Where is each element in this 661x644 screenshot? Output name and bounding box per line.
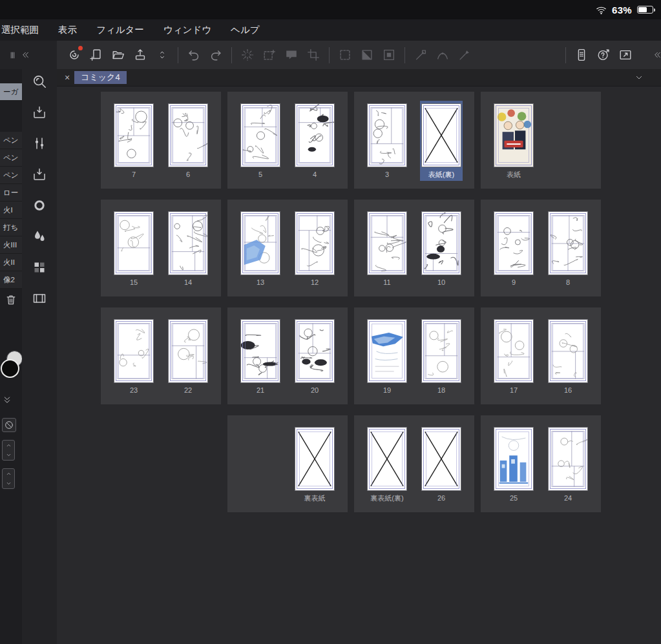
color-swatches (0, 351, 22, 382)
page-17[interactable]: 17 (492, 317, 535, 397)
menu-item-3[interactable]: フィルター (96, 24, 144, 36)
auto-select-button[interactable] (236, 44, 258, 66)
page-21[interactable]: 21 (239, 317, 282, 397)
pen-line-button[interactable] (454, 44, 476, 66)
page-3[interactable]: 3 (366, 101, 408, 181)
subtool-list: ーガペンペンペンロー火I打ち火III火II像2 (0, 69, 22, 644)
page-label: 16 (564, 386, 572, 395)
subtool-item-6[interactable]: 火I (0, 202, 22, 219)
page-thumbnail (548, 427, 588, 491)
page-15[interactable]: 15 (112, 209, 155, 289)
page-16[interactable]: 16 (547, 317, 589, 397)
import-tool[interactable] (30, 103, 49, 122)
tab-comic4[interactable]: × コミック4 (65, 71, 127, 84)
page-表紙(裏)[interactable]: 表紙(裏) (420, 101, 463, 181)
page-26[interactable]: 26 (420, 424, 463, 504)
new-canvas-button[interactable] (85, 44, 107, 66)
subtool-item-8[interactable]: 火III (0, 236, 22, 254)
subtool-item-1[interactable]: ーガ (0, 83, 22, 101)
page-表紙[interactable]: 表紙 (492, 101, 535, 181)
page-6[interactable]: 6 (167, 101, 209, 181)
tab-close-icon[interactable]: × (65, 72, 70, 83)
spread-group: 1514 (101, 200, 221, 296)
page-14[interactable]: 14 (167, 209, 209, 289)
page-25[interactable]: 25 (492, 424, 535, 504)
page-19[interactable]: 19 (366, 317, 408, 397)
page-row-1: 76543表紙(裏)表紙 (101, 92, 661, 189)
page-9[interactable]: 9 (492, 209, 535, 289)
page-13[interactable]: 13 (239, 209, 282, 289)
page-24[interactable]: 24 (547, 424, 589, 504)
subtool-label: 打ち (3, 223, 18, 233)
subtool-item-9[interactable]: 火II (0, 254, 22, 271)
tab-bar: × コミック4 (57, 69, 661, 87)
page-23[interactable]: 23 (112, 317, 155, 397)
clipstudio-menu-button[interactable] (63, 44, 85, 66)
spread-group: 裏表紙 (227, 415, 348, 512)
balloon-tool-button[interactable] (280, 44, 302, 66)
select-tool-button[interactable] (258, 44, 280, 66)
selection-new-button[interactable] (334, 44, 356, 66)
companion-mode-button[interactable] (571, 44, 593, 66)
page-裏表紙[interactable]: 裏表紙 (293, 424, 336, 504)
page-12[interactable]: 12 (293, 209, 336, 289)
import-tool-2[interactable] (30, 165, 49, 184)
page-8[interactable]: 8 (547, 209, 589, 289)
blend-tool[interactable] (30, 227, 49, 246)
menu-item-1[interactable]: 選択範囲 (1, 24, 39, 36)
search-tool[interactable] (30, 72, 49, 91)
page-4[interactable]: 4 (293, 101, 336, 181)
adjustment-tool[interactable] (30, 134, 49, 153)
page-manager-canvas[interactable]: 76543表紙(裏)表紙1514131211109823222120191817… (57, 87, 661, 644)
tone-tool[interactable] (30, 258, 49, 277)
menu-item-2[interactable]: 表示 (58, 24, 77, 36)
page-20[interactable]: 20 (293, 317, 336, 397)
opacity-stepper[interactable] (2, 468, 15, 489)
subtool-item-7[interactable]: 打ち (0, 219, 22, 236)
menu-item-4[interactable]: ウィンドウ (163, 24, 211, 36)
redo-button[interactable] (205, 44, 227, 66)
subtool-item-10[interactable]: 像2 (0, 271, 22, 289)
page-7[interactable]: 7 (112, 101, 155, 181)
help-button[interactable] (593, 44, 614, 66)
spread-group: 2322 (101, 307, 221, 404)
subtool-item-4[interactable]: ペン (0, 167, 22, 184)
transparent-color-button[interactable] (2, 418, 16, 432)
brush-size-stepper[interactable] (2, 440, 15, 461)
export-options-button[interactable] (151, 44, 173, 66)
frame-tool[interactable] (30, 289, 49, 308)
tab-title: コミック4 (74, 71, 126, 84)
collapse-toolbar-icon[interactable] (652, 50, 661, 60)
subtool-item-3[interactable]: ペン (0, 149, 22, 167)
frame-border-button[interactable] (302, 44, 324, 66)
menu-item-5[interactable]: ヘルプ (231, 24, 260, 36)
toolbar-separator (404, 47, 405, 63)
curve-line-button[interactable] (432, 44, 454, 66)
straight-line-button[interactable] (410, 44, 432, 66)
foreground-color-swatch[interactable] (1, 359, 19, 378)
open-file-button[interactable] (107, 44, 129, 66)
page-裏表紙(裏)[interactable]: 裏表紙(裏) (366, 424, 408, 504)
page-11[interactable]: 11 (366, 209, 408, 289)
tab-list-chevron-icon[interactable] (634, 72, 644, 83)
page-5[interactable]: 5 (239, 101, 282, 181)
subtool-item-2[interactable]: ペン (0, 132, 22, 149)
collapse-subtools-button[interactable] (2, 395, 22, 405)
export-button[interactable] (129, 44, 151, 66)
page-18[interactable]: 18 (420, 317, 463, 397)
collapse-panel-icon[interactable] (20, 50, 30, 60)
page-22[interactable]: 22 (167, 317, 209, 397)
subtool-item-5[interactable]: ロー (0, 184, 22, 202)
undo-button[interactable] (183, 44, 205, 66)
page-label: 18 (437, 386, 445, 395)
page-label: 表紙(裏) (428, 170, 454, 179)
selection-inside-button[interactable] (378, 44, 400, 66)
trash-button[interactable] (0, 289, 22, 311)
page-10[interactable]: 10 (420, 209, 463, 289)
ring-tool[interactable] (30, 196, 49, 215)
page-label: 表紙 (507, 170, 521, 179)
selection-add-button[interactable] (356, 44, 378, 66)
panel-grip-icon[interactable] (8, 50, 17, 60)
fullscreen-button[interactable] (614, 44, 636, 66)
left-panel-header (0, 41, 57, 69)
